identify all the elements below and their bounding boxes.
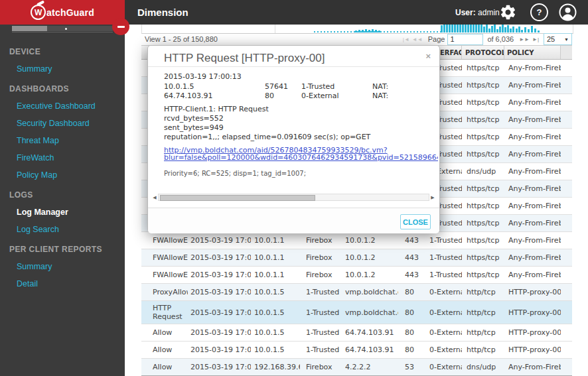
table-cell: Allow (141, 324, 188, 341)
scroll-left-icon[interactable]: ◀ (151, 195, 158, 200)
chart-bar (516, 29, 518, 32)
table-cell: Any-From-Firebox-00 (504, 146, 561, 162)
page-size-value: 25 (547, 35, 555, 43)
chart-bar (502, 25, 504, 32)
sidebar-section: DEVICESummary (0, 37, 125, 74)
sidebar-item-summary[interactable]: Summary (17, 261, 125, 272)
table-cell: 1-Trusted (425, 232, 462, 249)
table-cell: Firebox (300, 232, 340, 249)
request-url-link-line2[interactable]: blur=false&poll=120000&wdid=460307646293… (164, 153, 438, 162)
settings-gear-icon[interactable] (499, 3, 517, 21)
chart-bar (355, 31, 357, 32)
chart-bar (473, 25, 475, 32)
table-cell: 2015-03-19 17:00:13 (188, 232, 251, 249)
table-cell (561, 198, 572, 214)
table-row[interactable]: HTTP Request2015-03-19 17:00:1310.0.1.51… (141, 301, 572, 324)
column-header[interactable] (561, 46, 572, 59)
account-icon[interactable] (559, 3, 577, 21)
detail-line: sent_bytes=949 (164, 123, 224, 132)
table-cell: Any-From-Firebox-00 (504, 111, 561, 128)
time-slider[interactable] (12, 26, 113, 31)
table-cell: Any-From-Firebox-00 (504, 249, 561, 266)
table-cell (561, 342, 572, 358)
table-cell: 4.2.2.2 (340, 359, 398, 375)
chart-bar (480, 25, 482, 32)
first-page-icon[interactable]: |◄ (403, 36, 409, 42)
sidebar-section-label: DEVICE (9, 46, 125, 57)
table-cell: https/tcp (462, 232, 504, 249)
sidebar-item-security-dashboard[interactable]: Security Dashboard (17, 118, 125, 129)
modal-horizontal-scrollbar: ◀ ▶ (151, 193, 436, 202)
table-cell: Any-From-Firebox-00 (504, 163, 561, 180)
sidebar-collapse-button[interactable] (112, 18, 129, 35)
scrollbar-thumb[interactable] (160, 195, 315, 201)
traffic-timeline-chart[interactable] (141, 25, 573, 34)
table-cell: 64.74.103.91 (340, 324, 398, 341)
table-cell (561, 111, 572, 128)
last-page-icon[interactable]: ►| (532, 36, 539, 42)
table-cell (561, 359, 572, 375)
table-row[interactable]: ProxyAllow2015-03-19 17:00:1310.0.1.51-T… (141, 284, 572, 301)
chart-bar (496, 29, 498, 32)
sidebar-item-summary[interactable]: Summary (17, 64, 125, 74)
chart-bar (362, 30, 364, 32)
sidebar-item-log-manager[interactable]: Log Manager (17, 207, 125, 218)
user-label: User: (455, 8, 476, 17)
table-cell: Any-From-Firebox-00 (504, 77, 561, 94)
table-row[interactable]: Allow2015-03-19 17:00:1410.0.1.51-Truste… (141, 324, 572, 342)
next-page-icon[interactable]: ►► (519, 36, 530, 42)
table-cell: 10.0.1.1 (251, 232, 300, 249)
prev-page-icon[interactable]: ◄◄ (412, 36, 423, 42)
scroll-right-icon[interactable]: ▶ (429, 195, 436, 200)
table-row[interactable]: Allow2015-03-19 17:00:14192.168.39.62Fir… (141, 359, 572, 376)
help-icon[interactable]: ? (530, 3, 548, 21)
sidebar-item-detail[interactable]: Detail (17, 279, 125, 289)
table-cell: 0-External (425, 324, 462, 341)
table-cell (561, 249, 572, 266)
chart-bar (488, 29, 490, 32)
chart-bar (372, 29, 374, 32)
table-cell: 1-Trusted (300, 284, 340, 300)
sidebar-item-threat-map[interactable]: Threat Map (17, 135, 125, 146)
table-cell: Any-From-Firebox-00 (504, 94, 561, 111)
modal-footer: CLOSE (148, 208, 439, 233)
divider (148, 66, 439, 67)
chart-bar (510, 29, 512, 32)
page-size-select[interactable]: 25 ▼ (544, 33, 572, 45)
table-row[interactable]: FWAllowEnc2015-03-19 17:00:1310.0.1.1Fir… (141, 249, 572, 267)
table-cell (561, 163, 572, 180)
view-range-info: View 1 - 25 of 150,880 (145, 35, 218, 43)
table-cell: https/tcp (462, 146, 504, 162)
sidebar-item-executive-dashboard[interactable]: Executive Dashboard (17, 101, 125, 111)
table-row[interactable]: FWAllowEnc2015-03-19 17:00:1310.0.1.1Fir… (141, 267, 572, 284)
chart-bar (449, 24, 451, 32)
table-row[interactable]: Allow2015-03-19 17:00:1410.0.1.51-Truste… (141, 342, 572, 359)
chart-bar (457, 25, 459, 32)
sidebar-item-firewatch[interactable]: FireWatch (17, 153, 125, 163)
sidebar-section: LOGSLog ManagerLog Search (0, 180, 125, 235)
detail-line: HTTP-Client.1: HTTP Request (164, 105, 269, 113)
table-cell: Firebox (300, 359, 340, 375)
table-cell: 2015-03-19 17:00:13 (188, 249, 251, 266)
close-icon[interactable]: × (425, 51, 431, 61)
table-row[interactable]: FWAllowEnc2015-03-19 17:00:1310.0.1.1Fir… (141, 232, 572, 249)
scrollbar-track[interactable] (158, 194, 429, 201)
table-cell: HTTP-proxy-00 (504, 324, 561, 341)
page-title: Dimension (137, 7, 188, 18)
page-number-input[interactable] (447, 34, 483, 45)
column-header[interactable]: PROTOCOL (462, 46, 504, 59)
table-cell: Any-From-Firebox-00 (504, 215, 561, 231)
sidebar-item-log-search[interactable]: Log Search (17, 224, 125, 235)
column-header[interactable]: POLICY (504, 46, 561, 59)
table-cell: 80 (398, 324, 425, 341)
table-cell: 2015-03-19 17:00:13 (188, 267, 251, 283)
table-cell: FWAllowEnc (141, 249, 188, 266)
time-slider-handle[interactable] (65, 28, 67, 30)
chart-bar (494, 24, 496, 32)
chart-bar (486, 25, 488, 32)
close-button[interactable]: CLOSE (400, 214, 431, 229)
table-cell: Any-From-Firebox-00 (504, 60, 561, 76)
table-cell: 53 (398, 359, 425, 375)
watchguard-logo: W atchGuard (0, 0, 125, 25)
sidebar-item-policy-map[interactable]: Policy Map (17, 170, 125, 180)
